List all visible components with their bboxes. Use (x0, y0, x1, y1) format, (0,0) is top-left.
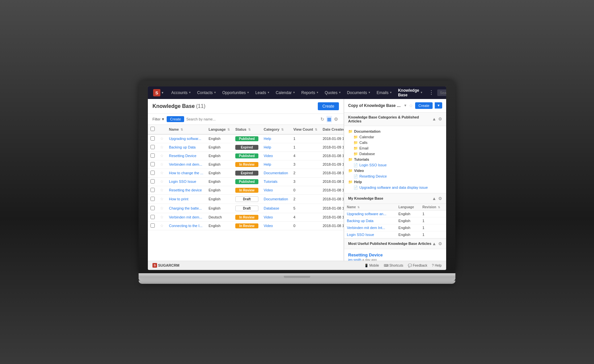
row-checkbox[interactable] (150, 223, 155, 228)
row-name-link[interactable]: How to print (169, 197, 188, 201)
category-link[interactable]: Help (264, 137, 271, 141)
row-checkbox[interactable] (150, 136, 155, 141)
status-header[interactable]: Status ⇅ (233, 125, 261, 134)
my-kb-lang-col[interactable]: Language (396, 204, 420, 211)
row-checkbox[interactable] (150, 215, 155, 219)
star-icon[interactable]: ☆ (160, 153, 164, 158)
star-icon[interactable]: ☆ (160, 171, 164, 175)
category-link[interactable]: Video (264, 224, 273, 228)
category-link[interactable]: Documentation (264, 197, 288, 201)
right-create-chevron[interactable]: ▼ (435, 102, 442, 109)
nav-item-calendar[interactable]: Calendar ▼ (273, 86, 298, 99)
row-name-link[interactable]: How to change the ... (169, 171, 203, 175)
star-icon[interactable]: ☆ (160, 162, 164, 167)
row-name-link[interactable]: Charging the batte... (169, 206, 202, 210)
star-icon[interactable]: ☆ (160, 206, 164, 211)
category-link[interactable]: Video (264, 188, 273, 192)
category-link[interactable]: Help (264, 162, 271, 166)
row-checkbox[interactable] (150, 145, 155, 149)
collapse-icon[interactable]: ▲ (432, 116, 436, 121)
settings-icon[interactable]: ⚙ (333, 116, 339, 122)
category-link[interactable]: Database (264, 206, 279, 210)
settings-icon[interactable]: ⚙ (438, 116, 442, 121)
nav-logo[interactable]: S ▼ (150, 89, 167, 96)
row-checkbox[interactable] (150, 188, 155, 192)
filter-button[interactable]: Filter ▼ (152, 117, 165, 121)
search-list-input[interactable] (186, 117, 318, 121)
row-name-link[interactable]: Verbinden mit dem... (169, 215, 202, 219)
my-kb-name-link[interactable]: Login SSO Issue (347, 233, 374, 237)
right-create-button[interactable]: Create (415, 102, 433, 109)
category-link[interactable]: Tutorials (264, 180, 278, 183)
row-name-link[interactable]: Verbinden mit dem... (169, 162, 202, 166)
select-all-checkbox[interactable] (150, 127, 155, 131)
nav-item-documents[interactable]: Documents ▼ (345, 86, 374, 99)
footer-shortcuts[interactable]: ⌨ Shortcuts (384, 264, 403, 267)
row-checkbox[interactable] (150, 197, 155, 201)
row-checkbox[interactable] (150, 171, 155, 175)
footer-feedback[interactable]: 💬 Feedback (408, 264, 427, 267)
my-kb-revision-col[interactable]: Revision ⇅ (420, 204, 446, 211)
row-name-link[interactable]: Connecting to the I... (169, 224, 203, 228)
star-icon[interactable]: ☆ (160, 188, 164, 192)
nav-item-leads[interactable]: Leads ▼ (253, 86, 273, 99)
nav-more-btn[interactable]: ⋮ (426, 86, 437, 99)
category-link[interactable]: Documentation (264, 171, 288, 175)
star-icon[interactable]: ☆ (160, 197, 164, 201)
nav-item-contacts[interactable]: Contacts ▼ (194, 86, 219, 99)
tree-item-documentation[interactable]: 📁 Documentation (348, 129, 442, 134)
refresh-icon[interactable]: ↻ (320, 116, 325, 122)
language-header[interactable]: Language ⇅ (206, 125, 233, 134)
view-count-header[interactable]: View Count ⇅ (291, 125, 320, 134)
tree-item-database[interactable]: 📁 Database (353, 151, 442, 157)
right-panel-star[interactable]: ☆ (409, 103, 413, 108)
category-header[interactable]: Category ⇅ (261, 125, 291, 134)
row-checkbox[interactable] (150, 206, 155, 210)
right-panel-chevron[interactable]: ▼ (404, 104, 407, 107)
create-button[interactable]: Create (318, 102, 339, 110)
my-kb-name-link[interactable]: Verbinden mit dem Int... (347, 226, 385, 230)
category-link[interactable]: Video (264, 154, 273, 158)
search-input[interactable] (437, 89, 446, 96)
article-title[interactable]: Resetting Device (348, 252, 442, 257)
row-name-link[interactable]: Login SSO Issue (169, 180, 196, 183)
grid-view-icon[interactable]: ▦ (326, 116, 332, 122)
nav-item-opportunities[interactable]: Opportunities ▼ (219, 86, 252, 99)
article-author[interactable]: jen smith (348, 258, 361, 261)
collapse-icon[interactable]: ▲ (432, 241, 436, 246)
star-icon[interactable]: ☆ (160, 136, 164, 141)
nav-item-accounts[interactable]: Accounts ▼ (169, 86, 194, 99)
settings-icon[interactable]: ⚙ (438, 241, 442, 246)
date-header[interactable]: Date Created ⇅ (320, 125, 344, 134)
tree-item-calendar[interactable]: 📁 Calendar (353, 134, 442, 140)
my-kb-name-col[interactable]: Name ⇅ (344, 204, 396, 211)
tree-item-upgrading-software[interactable]: 📄 Upgrading software and data display is… (353, 185, 442, 190)
row-checkbox[interactable] (150, 153, 155, 158)
my-kb-name-link[interactable]: Backing up Data (347, 219, 374, 223)
tree-item-resetting-device[interactable]: 📄 Resetting Device (353, 174, 442, 179)
collapse-icon[interactable]: ▲ (432, 196, 436, 201)
name-header[interactable]: Name ⇅ (166, 125, 206, 134)
my-kb-name-link[interactable]: Upgrading software an... (347, 212, 386, 216)
nav-item-quotes[interactable]: Quotes ▼ (322, 86, 344, 99)
row-checkbox[interactable] (150, 179, 155, 183)
row-checkbox[interactable] (150, 162, 155, 166)
row-name-link[interactable]: Resetting the device (169, 188, 202, 192)
row-name-link[interactable]: Upgrading softwar... (169, 137, 201, 141)
star-icon[interactable]: ☆ (160, 223, 164, 228)
star-icon[interactable]: ☆ (160, 179, 164, 184)
nav-item-kb[interactable]: Knowledge Base ▼ (395, 86, 425, 99)
category-link[interactable]: Video (264, 215, 273, 219)
create-sm-button[interactable]: Create (167, 116, 184, 122)
nav-item-emails[interactable]: Emails ▼ (374, 86, 395, 99)
settings-icon[interactable]: ⚙ (438, 196, 442, 201)
tree-item-login-sso[interactable]: 📄 Login SSO Issue (353, 162, 442, 168)
star-icon[interactable]: ☆ (160, 145, 164, 149)
tree-item-tutorials[interactable]: 📁 Tutorials (348, 157, 442, 162)
row-name-link[interactable]: Backing up Data (169, 145, 196, 149)
nav-item-reports[interactable]: Reports ▼ (299, 86, 321, 99)
star-icon[interactable]: ☆ (160, 215, 164, 219)
category-link[interactable]: Help (264, 145, 271, 149)
tree-item-video[interactable]: 📁 Video (348, 168, 442, 174)
footer-mobile[interactable]: 📱 Mobile (364, 264, 379, 267)
